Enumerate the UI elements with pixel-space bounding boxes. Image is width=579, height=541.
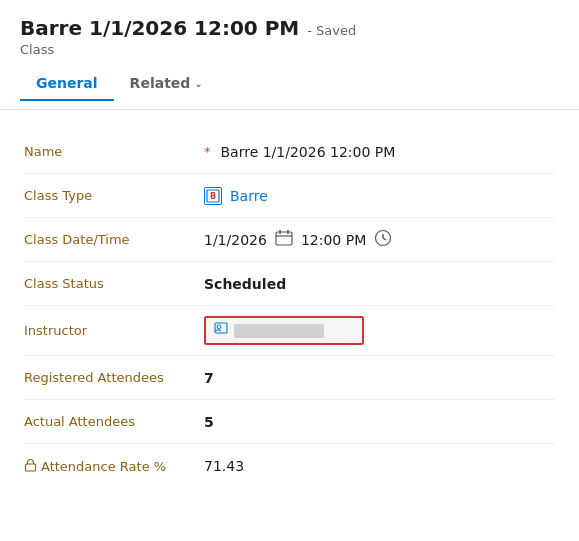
registered-attendees-row: Registered Attendees 7 (24, 356, 555, 400)
svg-text:B: B (210, 192, 216, 201)
page-title: Barre 1/1/2026 12:00 PM (20, 16, 299, 40)
svg-rect-11 (26, 464, 36, 471)
class-type-icon: B (204, 187, 222, 205)
calendar-icon[interactable] (275, 229, 293, 251)
saved-badge: - Saved (307, 23, 356, 38)
instructor-label: Instructor (24, 323, 204, 338)
tab-related[interactable]: Related ⌄ (114, 67, 219, 101)
tab-related-label: Related (130, 75, 191, 91)
actual-attendees-label: Actual Attendees (24, 414, 204, 429)
name-row: Name * Barre 1/1/2026 12:00 PM (24, 130, 555, 174)
svg-rect-2 (276, 232, 292, 245)
form-section: Name * Barre 1/1/2026 12:00 PM Class Typ… (0, 110, 579, 508)
datetime-container: 1/1/2026 12:00 PM (204, 229, 392, 251)
lock-icon (24, 458, 37, 475)
svg-line-8 (383, 238, 386, 240)
class-datetime-label: Class Date/Time (24, 232, 204, 247)
class-status-row: Class Status Scheduled (24, 262, 555, 306)
instructor-placeholder (234, 324, 324, 338)
instructor-row: Instructor (24, 306, 555, 356)
attendance-rate-label: Attendance Rate % (24, 458, 204, 475)
registered-attendees-value: 7 (204, 370, 555, 386)
class-datetime-value: 1/1/2026 12:00 PM (204, 229, 555, 251)
actual-attendees-value: 5 (204, 414, 555, 430)
tab-general[interactable]: General (20, 67, 114, 101)
name-value: * Barre 1/1/2026 12:00 PM (204, 144, 555, 160)
class-datetime-row: Class Date/Time 1/1/2026 12:00 PM (24, 218, 555, 262)
class-status-value: Scheduled (204, 276, 555, 292)
tab-general-label: General (36, 75, 98, 91)
class-status-label: Class Status (24, 276, 204, 291)
attendance-rate-row: Attendance Rate % 71.43 (24, 444, 555, 488)
class-type-value: B Barre (204, 187, 555, 205)
clock-icon[interactable] (374, 229, 392, 251)
tabs-container: General Related ⌄ (20, 67, 559, 101)
attendance-rate-value: 71.43 (204, 458, 555, 474)
time-value: 12:00 PM (301, 232, 366, 248)
class-type-label: Class Type (24, 188, 204, 203)
chevron-down-icon: ⌄ (194, 78, 202, 89)
class-type-row: Class Type B Barre (24, 174, 555, 218)
page-header: Barre 1/1/2026 12:00 PM - Saved Class Ge… (0, 0, 579, 110)
registered-attendees-label: Registered Attendees (24, 370, 204, 385)
actual-attendees-row: Actual Attendees 5 (24, 400, 555, 444)
svg-point-10 (217, 325, 221, 329)
name-label: Name (24, 144, 204, 159)
page-subtitle: Class (20, 42, 559, 57)
lookup-icon (214, 322, 228, 339)
required-star: * (204, 144, 211, 159)
date-value: 1/1/2026 (204, 232, 267, 248)
instructor-value[interactable] (204, 316, 555, 345)
instructor-lookup-field[interactable] (204, 316, 364, 345)
